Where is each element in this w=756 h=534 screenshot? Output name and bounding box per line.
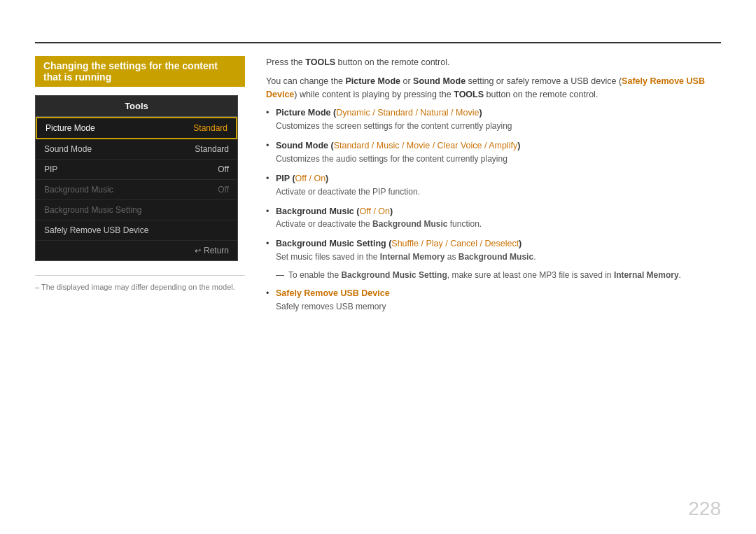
menu-item-bg-music-label: Background Music [44,185,113,195]
bullet-list: Picture Mode (Dynamic / Standard / Natur… [266,106,721,263]
menu-item-picture-mode-label: Picture Mode [46,123,95,133]
menu-item-pip-value: Off [218,164,229,174]
menu-item-bg-music-setting-label: Background Music Setting [44,205,141,215]
left-panel: Changing the settings for the content th… [35,56,245,291]
menu-item-background-music-setting: Background Music Setting [36,200,237,220]
bullet-safely-remove: Safely Remove USB Device Safely removes … [266,287,721,313]
bullet-background-music: Background Music (Off / On) Activate or … [266,205,721,231]
menu-item-sound-mode[interactable]: Sound Mode Standard [36,139,237,160]
bullet-sound-mode: Sound Mode (Standard / Music / Movie / C… [266,139,721,165]
tools-menu: Tools Picture Mode Standard Sound Mode S… [35,95,238,261]
sub-note: To enable the Background Music Setting, … [276,270,721,280]
intro-line2: You can change the Picture Mode or Sound… [266,75,721,101]
bottom-note: – The displayed image may differ dependi… [35,275,245,291]
return-icon: ↩ [195,246,201,255]
menu-item-sound-mode-value: Standard [195,144,229,154]
bullet-background-music-setting: Background Music Setting (Shuffle / Play… [266,237,721,263]
menu-item-bg-music-value: Off [218,185,229,195]
menu-item-sound-mode-label: Sound Mode [44,144,92,154]
tools-menu-header: Tools [36,96,237,117]
right-panel: Press the TOOLS button on the remote con… [266,56,721,313]
top-divider [35,42,721,43]
menu-item-safely-remove[interactable]: Safely Remove USB Device [36,220,237,241]
menu-item-background-music: Background Music Off [36,180,237,200]
menu-item-safely-remove-label: Safely Remove USB Device [44,225,148,235]
bullet-picture-mode: Picture Mode (Dynamic / Standard / Natur… [266,106,721,132]
return-label: Return [204,246,229,255]
menu-item-picture-mode-value: Standard [193,123,227,133]
intro-line1: Press the TOOLS button on the remote con… [266,56,721,69]
section-title: Changing the settings for the content th… [35,56,245,87]
tools-menu-footer: ↩ Return [36,241,237,260]
menu-item-pip[interactable]: PIP Off [36,160,237,180]
bullet-pip: PIP (Off / On) Activate or deactivate th… [266,172,721,198]
content-area: Changing the settings for the content th… [35,56,721,506]
page-number: 228 [688,498,721,520]
menu-item-pip-label: PIP [44,164,57,174]
bullet-list-2: Safely Remove USB Device Safely removes … [266,287,721,313]
menu-item-picture-mode[interactable]: Picture Mode Standard [36,117,237,139]
